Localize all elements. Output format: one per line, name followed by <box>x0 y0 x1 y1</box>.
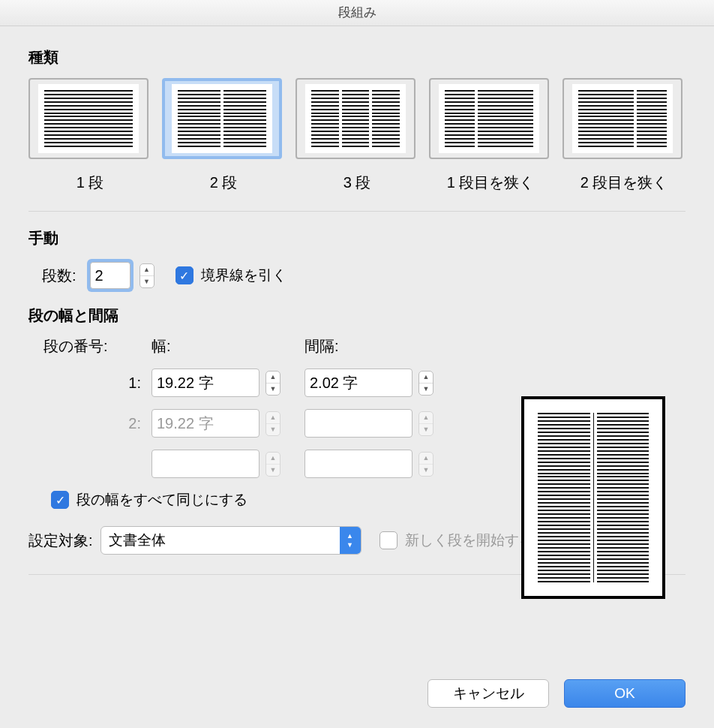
width-3-value <box>152 450 260 478</box>
presets-row: 1 段 2 段 3 段 1 段目を狭く <box>28 78 686 193</box>
preset-one-column[interactable]: 1 段 <box>28 78 152 193</box>
chevron-down-icon: ▼ <box>419 464 433 476</box>
chevron-down-icon: ▼ <box>419 423 433 435</box>
preset-one-label: 1 段 <box>28 173 152 193</box>
divider <box>28 211 686 212</box>
checkbox-box-icon: ✓ <box>176 266 194 284</box>
select-chevron-icon: ▲▼ <box>340 527 361 554</box>
checkbox-box-icon: ✓ <box>51 491 69 509</box>
width-1-value[interactable]: 19.22 字 <box>152 369 260 397</box>
chevron-down-icon[interactable]: ▼ <box>266 383 280 395</box>
columns-preview <box>521 396 665 599</box>
preset-three-thumb <box>296 78 416 159</box>
gap-3-arrows: ▲▼ <box>418 452 434 477</box>
chevron-down-icon[interactable]: ▼ <box>140 275 154 287</box>
preset-three-columns[interactable]: 3 段 <box>296 78 418 193</box>
gap-1-value[interactable]: 2.02 字 <box>304 369 412 397</box>
manual-heading: 手動 <box>28 228 686 248</box>
preset-two-label: 2 段 <box>162 173 285 193</box>
chevron-up-icon: ▲ <box>419 453 433 464</box>
line-between-checkbox[interactable]: ✓ 境界線を引く <box>176 266 286 285</box>
presets-heading: 種類 <box>28 47 686 68</box>
columns-dialog: 段組み 種類 1 段 2 段 <box>0 0 714 728</box>
width-3-stepper: ▲▼ <box>152 450 280 478</box>
gap-2-value <box>304 409 412 438</box>
gap-2-stepper: ▲▼ <box>304 409 434 438</box>
gap-3-value <box>304 450 412 478</box>
apply-to-select[interactable]: 文書全体 ▲▼ <box>100 526 362 555</box>
preset-three-label: 3 段 <box>296 173 418 193</box>
preview-separator-icon <box>593 413 594 582</box>
preset-left-narrow[interactable]: 1 段目を狭く <box>429 78 552 193</box>
checkmark-icon: ✓ <box>179 269 189 283</box>
chevron-up-icon: ▲ <box>419 412 433 423</box>
width-2-arrows: ▲▼ <box>266 411 280 436</box>
chevron-down-icon: ▼ <box>266 423 280 435</box>
chevron-up-icon: ▲ <box>266 453 280 464</box>
columns-count-value[interactable]: 2 <box>90 262 130 289</box>
preset-two-thumb <box>162 78 282 159</box>
preset-two-columns[interactable]: 2 段 <box>162 78 285 193</box>
start-new-column-checkbox: 新しく段を開始する <box>380 531 533 550</box>
preset-left-label: 1 段目を狭く <box>429 173 552 193</box>
ws-header-width: 幅: <box>152 336 302 356</box>
apply-to-value: 文書全体 <box>109 531 166 550</box>
cancel-button[interactable]: キャンセル <box>428 679 549 708</box>
equal-column-width-label: 段の幅をすべて同じにする <box>76 490 248 510</box>
dialog-footer: キャンセル OK <box>428 679 686 708</box>
preset-one-thumb <box>28 78 148 159</box>
chevron-up-icon[interactable]: ▲ <box>419 372 433 383</box>
chevron-up-icon: ▲ <box>266 412 280 423</box>
gap-1-stepper[interactable]: 2.02 字 ▲▼ <box>304 369 434 397</box>
ws-row-index: 2: <box>44 415 152 432</box>
ws-header-index: 段の番号: <box>44 336 152 356</box>
width-spacing-heading: 段の幅と間隔 <box>28 305 686 326</box>
preset-right-label: 2 段目を狭く <box>562 173 686 193</box>
gap-1-arrows[interactable]: ▲▼ <box>418 371 434 396</box>
ws-row: 1: 19.22 字 ▲▼ 2.02 字 ▲▼ <box>44 369 686 397</box>
width-2-stepper: 19.22 字 ▲▼ <box>152 409 280 438</box>
start-new-column-label: 新しく段を開始する <box>405 531 533 550</box>
gap-2-arrows: ▲▼ <box>418 411 434 436</box>
preset-left-thumb <box>429 78 549 159</box>
columns-count-arrows[interactable]: ▲ ▼ <box>140 263 154 288</box>
checkbox-box-icon <box>380 531 398 549</box>
gap-3-stepper: ▲▼ <box>304 450 434 478</box>
checkmark-icon: ✓ <box>56 493 65 507</box>
apply-to-label: 設定対象: <box>28 531 93 551</box>
chevron-down-icon[interactable]: ▼ <box>419 383 433 395</box>
columns-count-stepper[interactable]: 2 ▲ ▼ <box>87 259 154 292</box>
ok-button[interactable]: OK <box>564 679 686 708</box>
chevron-down-icon: ▼ <box>266 464 280 476</box>
columns-count-label: 段数: <box>42 266 76 286</box>
preset-right-thumb <box>562 78 682 159</box>
preset-right-narrow[interactable]: 2 段目を狭く <box>562 78 686 193</box>
dialog-title: 段組み <box>0 0 714 26</box>
line-between-label: 境界線を引く <box>201 266 286 285</box>
chevron-up-icon[interactable]: ▲ <box>266 372 280 383</box>
ws-header-gap: 間隔: <box>304 336 454 356</box>
ws-row-index: 1: <box>44 375 152 392</box>
width-1-arrows[interactable]: ▲▼ <box>266 371 280 396</box>
width-1-stepper[interactable]: 19.22 字 ▲▼ <box>152 369 280 397</box>
width-2-value: 19.22 字 <box>152 409 260 438</box>
chevron-up-icon[interactable]: ▲ <box>140 264 154 275</box>
width-3-arrows: ▲▼ <box>266 452 280 477</box>
